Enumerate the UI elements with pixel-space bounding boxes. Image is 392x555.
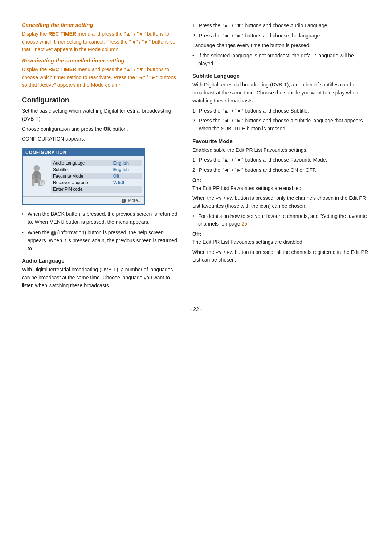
reactivate-paragraph: Display the REC TIMER menu and press the… — [22, 66, 178, 89]
audio-step-1: 1. Press the "▲" / "▼" buttons and choos… — [192, 22, 370, 30]
config-p3: CONFIGURATION appears. — [22, 135, 178, 143]
table-row: Receiver Upgrade V. 5.0 — [51, 179, 142, 186]
config-value: V. 5.0 — [111, 179, 142, 186]
fav-step-1: 1. Press the "▲" / "▼" buttons and choos… — [192, 156, 370, 164]
pv-up-icon-2: P∧ — [226, 250, 233, 255]
back-button-note: When the BACK button is pressed, the pre… — [22, 210, 178, 226]
svg-point-0 — [33, 165, 40, 171]
reactivate-heading: Reactivating the cancelled timer setting — [22, 57, 178, 64]
config-label: Receiver Upgrade — [51, 179, 111, 186]
cancel-paragraph: Display the REC TIMER menu and press the… — [22, 30, 178, 54]
more-label: More... — [128, 198, 142, 203]
info-button-note: When the i (Information) button is press… — [22, 229, 178, 252]
favourite-section: Favourite Mode Enable/disable the Edit P… — [192, 138, 370, 264]
cancel-heading: Cancelling the timer setting — [22, 22, 178, 28]
page-ref-25[interactable]: 25 — [241, 221, 247, 227]
favourite-p1: Enable/disable the Edit PR List Favourit… — [192, 146, 370, 154]
off-label: Off: — [192, 231, 370, 237]
audio-step-2: 2. Press the "◄" / "►" buttons and choos… — [192, 32, 370, 40]
pv-down-icon-2: P∨ — [216, 250, 222, 255]
table-row: Audio Language English — [51, 160, 142, 166]
config-person-icon — [26, 164, 46, 188]
table-row: Enter PIN code — [51, 186, 142, 193]
subtitle-section: Subtitle Language With Digital terrestri… — [192, 73, 370, 133]
config-value: English — [111, 160, 142, 166]
config-box-body: Audio Language English Subtitle English … — [23, 156, 144, 196]
fav-step-2: 2. Press the "◄" / "►" buttons and choos… — [192, 166, 370, 174]
right-column: 1. Press the "▲" / "▼" buttons and choos… — [192, 22, 370, 292]
config-table: Audio Language English Subtitle English … — [51, 160, 142, 193]
off-p2: When the P∨ / P∧ button is pressed, all … — [192, 248, 370, 264]
on-label: On: — [192, 177, 370, 183]
on-p2: When the P∨ / P∧ button is pressed, only… — [192, 194, 370, 210]
audio-note-2: If the selected language is not broadcas… — [192, 52, 370, 68]
config-value: English — [111, 166, 142, 173]
config-ui-box: CONFIGURATION — [22, 148, 145, 205]
config-more-bar: i More... — [23, 196, 144, 204]
config-icon-area — [25, 160, 47, 193]
audio-steps: 1. Press the "▲" / "▼" buttons and choos… — [192, 22, 370, 68]
off-p1: The Edit PR List Favourites settings are… — [192, 238, 370, 246]
page-number: - 22 - — [22, 306, 370, 312]
on-bullet: For details on how to set your favourite… — [192, 212, 370, 228]
cancel-section: Cancelling the timer setting Display the… — [22, 22, 178, 54]
config-heading: Configuration — [22, 96, 178, 104]
audio-language-p1: With Digital terrestrial broadcating (DV… — [22, 266, 178, 289]
reactivate-section: Reactivating the cancelled timer setting… — [22, 57, 178, 89]
audio-note-1: Language changes every time the button i… — [192, 42, 370, 50]
bullet-info: When the i (Information) button is press… — [22, 229, 178, 252]
svg-rect-4 — [32, 179, 34, 186]
config-value — [111, 186, 142, 193]
rec-timer-label: REC TIMER — [48, 31, 76, 37]
rec-timer-label-2: REC TIMER — [48, 66, 76, 72]
on-p1: The Edit PR List Favourites settings are… — [192, 185, 370, 193]
bullet-back: When the BACK button is pressed, the pre… — [22, 210, 178, 226]
subtitle-p1: With Digital terrestrial broadcating (DV… — [192, 81, 370, 105]
info-icon: i — [122, 199, 126, 203]
subtitle-step-1: 1. Press the "▲" / "▼" buttons and choos… — [192, 107, 370, 115]
config-label: Enter PIN code — [51, 186, 111, 193]
config-p1: Set the basic setting when watching Digi… — [22, 107, 178, 123]
config-box-header: CONFIGURATION — [23, 149, 144, 156]
config-label: Audio Language — [51, 160, 111, 166]
favourite-heading: Favourite Mode — [192, 138, 370, 144]
config-p2: Choose configuration and press the OK bu… — [22, 125, 178, 133]
config-label: Favourite Mode — [51, 173, 111, 179]
pv-up-icon: P∧ — [226, 195, 233, 201]
pv-down-icon: P∨ — [216, 195, 222, 201]
config-value: Off — [111, 173, 142, 179]
table-row: Subtitle English — [51, 166, 142, 173]
subtitle-heading: Subtitle Language — [192, 73, 370, 79]
ok-bold: OK — [103, 126, 111, 132]
left-column: Cancelling the timer setting Display the… — [22, 22, 178, 292]
config-label: Subtitle — [51, 166, 111, 173]
audio-language-section: Audio Language With Digital terrestrial … — [22, 258, 178, 289]
table-row: Favourite Mode Off — [51, 173, 142, 179]
audio-language-heading: Audio Language — [22, 258, 178, 264]
subtitle-step-2: 2. Press the "◄" / "►" buttons and choos… — [192, 117, 370, 133]
info-circle-icon: i — [51, 231, 56, 236]
